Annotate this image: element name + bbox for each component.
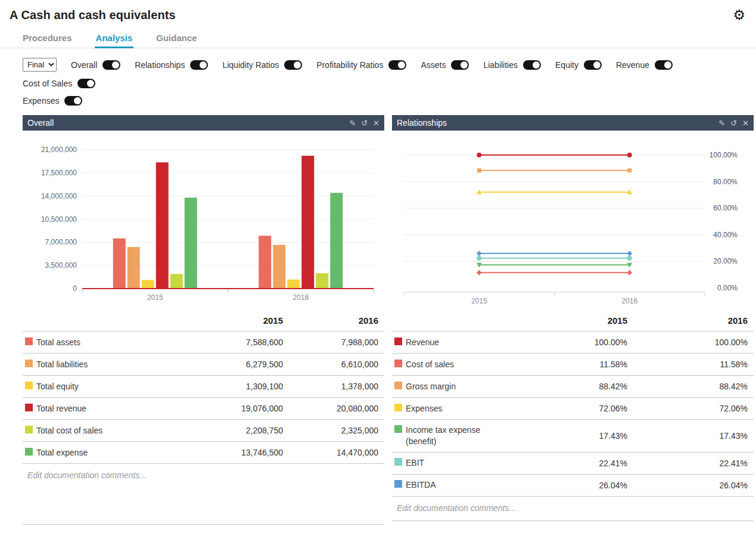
series-value: 26.04% [627, 481, 748, 490]
toggle-switch-revenue[interactable] [655, 60, 673, 70]
table-row-total-liabilities: Total liabilities6,279,5006,610,000 [23, 353, 384, 375]
series-value: 11.58% [627, 360, 748, 369]
series-color-swatch [394, 425, 402, 433]
toggle-item-relationships: Relationships [135, 60, 208, 70]
toggle-switch-cost-of-sales[interactable] [77, 79, 95, 88]
toggle-switch-profitability-ratios[interactable] [388, 60, 406, 70]
table-row-cost-of-sales: Cost of sales11.58%11.58% [392, 353, 754, 375]
toggle-item-liquidity-ratios: Liquidity Ratios [222, 60, 302, 70]
history-icon[interactable]: ↺ [361, 119, 368, 128]
svg-text:80.00%: 80.00% [713, 178, 738, 186]
toggle-item-expenses: Expenses [23, 96, 82, 106]
tab-analysis[interactable]: Analysis [95, 30, 134, 48]
table-row-total-equity: Total equity1,309,1001,378,000 [23, 375, 384, 397]
edit-icon[interactable]: ✎ [349, 119, 356, 128]
series-label: Expenses [406, 403, 442, 414]
series-value: 6,610,000 [283, 360, 378, 369]
toggle-label: Relationships [135, 60, 185, 70]
history-icon[interactable]: ↺ [730, 119, 737, 128]
relationships-table: 20152016Revenue100.00%100.00%Cost of sal… [392, 309, 754, 496]
relationships-line-chart: 100.00%80.00%60.00%40.00%20.00%0.00%2015… [392, 131, 754, 309]
table-row-ebitda: EBITDA26.04%26.04% [392, 474, 754, 496]
table-header-row: 20152016 [392, 309, 754, 331]
toggle-label: Equity [555, 60, 578, 70]
toggle-switch-expenses[interactable] [64, 96, 82, 106]
table-row-total-assets: Total assets7,588,6007,988,000 [23, 331, 384, 353]
svg-text:100.00%: 100.00% [710, 151, 738, 159]
page-title: A Cash and cash equivalents [10, 8, 176, 22]
series-value: 19,076,000 [188, 404, 283, 413]
svg-text:40.00%: 40.00% [713, 231, 738, 239]
edit-icon[interactable]: ✎ [718, 119, 725, 128]
column-header-2016: 2016 [283, 315, 378, 326]
series-color-swatch [25, 426, 33, 433]
series-value: 1,309,100 [188, 382, 283, 391]
table-row-expenses: Expenses72.06%72.06% [392, 397, 754, 419]
series-value: 26.04% [544, 481, 627, 490]
toggle-switch-liquidity-ratios[interactable] [284, 60, 302, 70]
series-label: EBIT [406, 457, 424, 469]
svg-text:0.00%: 0.00% [717, 284, 738, 292]
table-row-total-expense: Total expense13,746,50014,470,000 [23, 441, 384, 463]
series-value: 88.42% [627, 382, 748, 391]
toggle-item-equity: Equity [555, 60, 602, 70]
series-label: Total liabilities [36, 359, 88, 370]
series-value: 100.00% [544, 337, 627, 347]
toggle-switch-equity[interactable] [584, 60, 602, 70]
period-select[interactable]: Final [23, 58, 57, 72]
series-value: 14,470,000 [283, 448, 378, 457]
table-row-gross-margin: Gross margin88.42%88.42% [392, 375, 754, 397]
series-label: Income tax expense (benefit) [406, 425, 498, 447]
table-row-total-revenue: Total revenue19,076,00020,080,000 [23, 397, 384, 419]
tab-bar: ProceduresAnalysisGuidance [0, 22, 756, 48]
series-value: 88.42% [544, 382, 627, 391]
svg-text:14,000,000: 14,000,000 [41, 192, 77, 200]
toggle-switch-overall[interactable] [102, 60, 120, 70]
svg-text:17,500,000: 17,500,000 [41, 169, 77, 177]
toggle-switch-assets[interactable] [451, 60, 469, 70]
toggle-item-overall: Overall [71, 60, 120, 70]
series-value: 2,325,000 [283, 426, 378, 435]
gear-icon[interactable]: ⚙ [733, 8, 745, 22]
panel-title: Overall [27, 118, 54, 128]
svg-text:7,000,000: 7,000,000 [45, 238, 77, 246]
series-color-swatch [394, 360, 402, 367]
series-value: 7,588,600 [188, 337, 283, 347]
filter-bar: Final OverallRelationshipsLiquidity Rati… [0, 48, 756, 106]
series-color-swatch [25, 360, 33, 367]
toggle-item-liabilities: Liabilities [483, 60, 541, 70]
panel-title: Relationships [397, 118, 447, 128]
toggle-switch-relationships[interactable] [190, 60, 208, 70]
series-label: Total assets [36, 337, 80, 348]
series-color-swatch [25, 448, 33, 456]
close-icon[interactable]: ✕ [742, 119, 749, 128]
toggle-switch-liabilities[interactable] [523, 60, 541, 70]
series-label: Total expense [36, 447, 88, 459]
series-color-swatch [394, 337, 402, 345]
column-header-2015: 2015 [188, 315, 283, 326]
svg-text:2015: 2015 [471, 297, 487, 305]
series-value: 72.06% [627, 404, 748, 413]
svg-text:21,000,000: 21,000,000 [41, 145, 77, 154]
series-label: Revenue [406, 337, 439, 348]
svg-text:0: 0 [73, 284, 77, 293]
toggle-label: Profitability Ratios [316, 60, 383, 70]
relationships-comments-input[interactable]: Edit documentation comments... [392, 496, 754, 521]
column-header-2016: 2016 [627, 315, 748, 326]
tab-procedures[interactable]: Procedures [21, 30, 73, 48]
series-value: 72.06% [544, 404, 627, 413]
toggle-item-profitability-ratios: Profitability Ratios [316, 60, 406, 70]
overall-panel-header: Overall ✎ ↺ ✕ [23, 115, 384, 131]
overall-comments-input[interactable]: Edit documentation comments... [23, 463, 384, 525]
toggle-label: Liquidity Ratios [222, 60, 279, 70]
relationships-panel-header: Relationships ✎ ↺ ✕ [392, 115, 754, 131]
table-row-income-tax-expense-benefit: Income tax expense (benefit)17.43%17.43% [392, 419, 754, 452]
column-header-2015: 2015 [544, 315, 627, 326]
toggle-label: Cost of Sales [23, 79, 72, 88]
close-icon[interactable]: ✕ [373, 119, 379, 128]
series-color-swatch [394, 404, 402, 411]
svg-text:10,500,000: 10,500,000 [41, 215, 77, 224]
series-color-swatch [394, 382, 402, 389]
toggle-label: Revenue [616, 60, 649, 70]
tab-guidance[interactable]: Guidance [155, 30, 198, 48]
